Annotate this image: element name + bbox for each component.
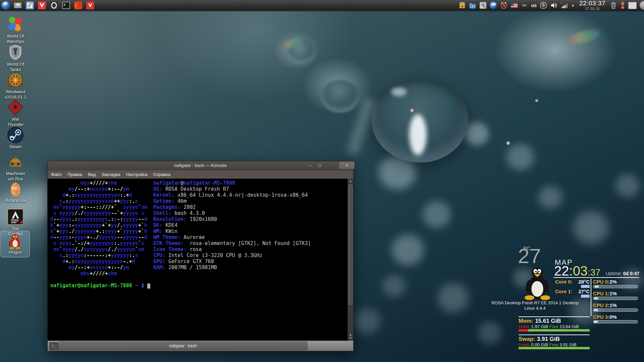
cpu-1-bar	[593, 297, 638, 300]
maximize-button[interactable]: □	[315, 162, 324, 169]
desktop-icon-world-of-warships[interactable]: World Of Warships	[1, 15, 30, 44]
bokeh-light	[538, 186, 562, 209]
desktop-icon-machinarium[interactable]: Machinari um Rus	[1, 153, 30, 182]
bokeh-light	[423, 201, 451, 228]
swap-used-label: Used:	[519, 342, 530, 347]
bokeh-light	[392, 235, 424, 265]
konsole-icon[interactable]	[62, 1, 70, 10]
core-0-row: Core 0: 28°C	[555, 279, 590, 285]
bokeh-light	[506, 144, 534, 170]
new-tab-button[interactable]: >_	[49, 342, 58, 350]
cpu-2-row: CPU 2:1%	[593, 302, 639, 308]
menu-bookmarks[interactable]: Закладки	[101, 172, 120, 177]
opera-browser-icon[interactable]	[50, 1, 58, 10]
cpu-3-knob	[593, 320, 598, 323]
desktop-icon-pingus[interactable]: Pingus	[0, 231, 30, 257]
tab-active[interactable]: nafigatar : bash	[58, 342, 308, 351]
system-settings-gears-icon[interactable]: ⚙ ⚙	[479, 2, 487, 9]
close-button[interactable]: ×	[339, 162, 355, 169]
double-commander-icon[interactable]	[74, 1, 83, 10]
text-editor-icon[interactable]	[25, 1, 34, 10]
desktop-icon-steam[interactable]: Steam	[1, 127, 30, 149]
scroll-up-icon[interactable]: ▲	[348, 180, 353, 183]
window-titlebar[interactable]: nafigatar : bash — Konsole – □ ×	[48, 161, 353, 170]
panel-clock[interactable]: 22:03:37 27.03.16	[579, 0, 605, 11]
core-1-row: Core 1: 27°C	[555, 289, 590, 295]
usb-device-icon[interactable]	[540, 2, 547, 9]
vivaldi-browser-icon[interactable]	[38, 1, 46, 10]
desktop-icon-world-of-tanks[interactable]: World Of Tanks	[1, 44, 30, 72]
swap-free-value: 3.91 GiB	[559, 342, 577, 347]
swap-total: 3.91 GiB	[537, 336, 560, 342]
menu-file[interactable]: Файл	[51, 172, 62, 177]
uptime-value: 0d 0:47	[623, 271, 639, 276]
conky-uptime: Uptime: 0d 0:47	[606, 271, 639, 276]
droplet-highlight	[391, 87, 407, 96]
keyboard-flag-icon[interactable]	[511, 2, 518, 9]
distro-line-2: Linux 4.4.4	[486, 306, 584, 311]
desktop-icon-windward[interactable]: Windward v2016.01.2	[1, 71, 30, 100]
top-panel: ⚙ ⚙ ✂ us	[0, 0, 644, 11]
klipper-scissors-icon[interactable]: ✂	[521, 2, 528, 9]
mem-free-value: 13.64 GiB	[559, 324, 579, 329]
bokeh-light	[354, 308, 381, 334]
terminal-tabbar: >_ nafigatar : bash	[48, 341, 353, 351]
alarm-clock-icon[interactable]	[500, 2, 507, 9]
desktop-icon-botanicula[interactable]: Botanicula	[1, 181, 30, 203]
small-droplet	[321, 80, 359, 113]
desktop-pager-icon[interactable]	[628, 2, 637, 9]
terminal-screen[interactable]: mys+////+shm nafigatar@nafigatar-MS-7808…	[48, 179, 353, 341]
core-1-label: Core 1:	[555, 289, 573, 295]
cpu-0-knob	[594, 285, 599, 288]
menu-help[interactable]: Справка	[153, 172, 170, 177]
terminal-scrollbar[interactable]: ▲ ▲ ▼	[347, 179, 353, 341]
desktop-icon-war-thunder[interactable]: ✈ War Thunder	[1, 99, 30, 127]
red-v-app-icon[interactable]	[86, 1, 95, 10]
scroll-up-icon[interactable]: ▲	[348, 333, 353, 337]
scrollbar-thumb[interactable]	[348, 184, 353, 305]
tray-expander-caret-icon[interactable]: ▾	[571, 2, 575, 9]
cpu-0-label: CPU 0	[593, 279, 608, 285]
core-0-temp-bar	[581, 285, 590, 288]
package-updates-icon[interactable]	[459, 2, 466, 9]
menu-edit[interactable]: Правка	[67, 172, 82, 177]
swap-label: Swap:	[519, 336, 535, 342]
rosa-menu-icon[interactable]	[1, 1, 10, 10]
menu-settings[interactable]: Настройка	[126, 172, 148, 177]
mem-free-label: Free	[549, 324, 558, 329]
downloads-folder-icon[interactable]	[469, 2, 476, 9]
power-icon[interactable]	[621, 5, 625, 9]
network-signal-icon[interactable]: L	[560, 2, 568, 9]
mem-divider-line	[519, 316, 590, 317]
gear-glyph: ⚙	[483, 5, 486, 8]
swap-divider-line	[519, 335, 590, 335]
trash-icon[interactable]	[610, 2, 617, 9]
scroll-down-icon[interactable]: ▼	[348, 337, 353, 340]
war-thunder-icon: ✈	[7, 99, 24, 116]
mem-used-value: 1.97 GiB	[531, 324, 548, 329]
cpu-1-label: CPU 1	[593, 291, 608, 296]
minimize-button[interactable]: –	[306, 162, 315, 169]
panel-cashew-icon[interactable]	[640, 1, 644, 10]
terminal-screen-lines: mys+////+shm nafigatar@nafigatar-MS-7808…	[50, 180, 311, 289]
lock-icon[interactable]	[621, 2, 625, 5]
conky-day-number: 27	[518, 246, 541, 266]
conky-time: 22 : 03 :37	[554, 263, 600, 279]
system-tray: ⚙ ⚙ ✂ us	[459, 0, 644, 11]
water-droplet	[372, 78, 468, 163]
pingus-icon	[7, 233, 23, 249]
swap-used-line: Used: 0.00 GiB Free 3.91 GiB	[519, 342, 577, 347]
menu-view[interactable]: Вид	[88, 172, 96, 177]
bokeh-light	[438, 283, 469, 313]
panel-launchers	[1, 1, 95, 10]
cpu-1-row: CPU 1:1%	[593, 291, 639, 297]
file-manager-icon[interactable]	[13, 1, 22, 10]
volume-icon[interactable]	[550, 2, 557, 9]
rosa-tray-icon[interactable]	[490, 2, 497, 9]
cpu-3-label: CPU 3	[593, 314, 608, 320]
droplet-pink-glint	[411, 109, 414, 112]
mem-used-label: Used:	[519, 324, 530, 329]
swap-used-value: 0.00 GiB	[531, 342, 548, 347]
mem-label: Mem:	[519, 318, 533, 324]
keyboard-layout-indicator[interactable]: us	[531, 2, 537, 9]
